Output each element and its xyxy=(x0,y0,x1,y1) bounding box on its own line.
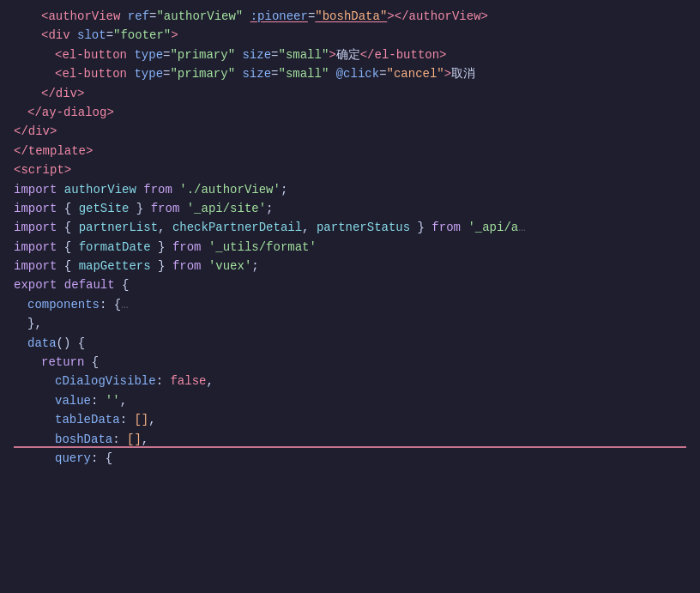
code-line-13: import { formatDate } from '_utils/forma… xyxy=(0,238,700,257)
code-line-17: }, xyxy=(0,314,700,333)
line-content: value: '', xyxy=(55,391,127,410)
line-content: import { getSite } from '_api/site'; xyxy=(14,199,274,218)
line-content: boshData: [], xyxy=(55,430,148,449)
line-content: import { mapGetters } from 'vuex'; xyxy=(14,257,259,275)
line-content: export default { xyxy=(14,275,129,294)
code-line-1: <authorView ref="authorView" :pioneer="b… xyxy=(0,7,700,26)
code-line-22: tableData: [], xyxy=(0,410,700,429)
line-content: </ay-dialog> xyxy=(27,103,114,122)
line-content: import { formatDate } from '_utils/forma… xyxy=(14,238,317,257)
line-content: import { partnerList, checkPartnerDetail… xyxy=(14,218,526,237)
code-line-24: query: { xyxy=(0,449,700,468)
line-content: <el-button type="primary" size="small" @… xyxy=(55,64,475,83)
code-line-11: import { getSite } from '_api/site'; xyxy=(0,199,700,218)
line-content: query: { xyxy=(55,449,112,468)
code-line-8: </template> xyxy=(0,142,700,160)
line-content: </div> xyxy=(41,84,84,103)
code-editor: <authorView ref="authorView" :pioneer="b… xyxy=(0,0,700,593)
line-content: }, xyxy=(27,314,42,333)
line-content: <script> xyxy=(14,160,71,179)
code-line-16: components: {… xyxy=(0,295,700,314)
line-content: data() { xyxy=(27,334,85,353)
code-line-6: </ay-dialog> xyxy=(0,103,700,122)
code-line-14: import { mapGetters } from 'vuex'; xyxy=(0,257,700,275)
code-line-7: </div> xyxy=(0,122,700,141)
line-content: cDialogVisible: false, xyxy=(55,372,214,390)
code-line-15: export default { xyxy=(0,275,700,294)
line-content: <el-button type="primary" size="small">确… xyxy=(55,45,447,64)
code-line-10: import authorView from './authorView'; xyxy=(0,180,700,199)
code-line-19: return { xyxy=(0,353,700,372)
code-line-12: import { partnerList, checkPartnerDetail… xyxy=(0,218,700,237)
line-content: </template> xyxy=(14,142,93,160)
code-line-21: value: '', xyxy=(0,391,700,410)
code-line-9: <script> xyxy=(0,160,700,179)
line-content: import authorView from './authorView'; xyxy=(14,180,287,199)
code-line-23: boshData: [], xyxy=(0,430,700,449)
code-line-5: </div> xyxy=(0,84,700,103)
line-content: <authorView ref="authorView" :pioneer="b… xyxy=(41,7,488,26)
line-content: components: {… xyxy=(27,295,129,314)
code-line-20: cDialogVisible: false, xyxy=(0,372,700,390)
line-content: tableData: [], xyxy=(55,410,156,429)
code-line-3: <el-button type="primary" size="small">确… xyxy=(0,45,700,64)
code-line-2: <div slot="footer"> xyxy=(0,26,700,45)
line-content: return { xyxy=(41,353,99,372)
line-content: </div> xyxy=(14,122,57,141)
line-content: <div slot="footer"> xyxy=(41,26,178,45)
code-line-4: <el-button type="primary" size="small" @… xyxy=(0,64,700,83)
code-line-18: data() { xyxy=(0,334,700,353)
